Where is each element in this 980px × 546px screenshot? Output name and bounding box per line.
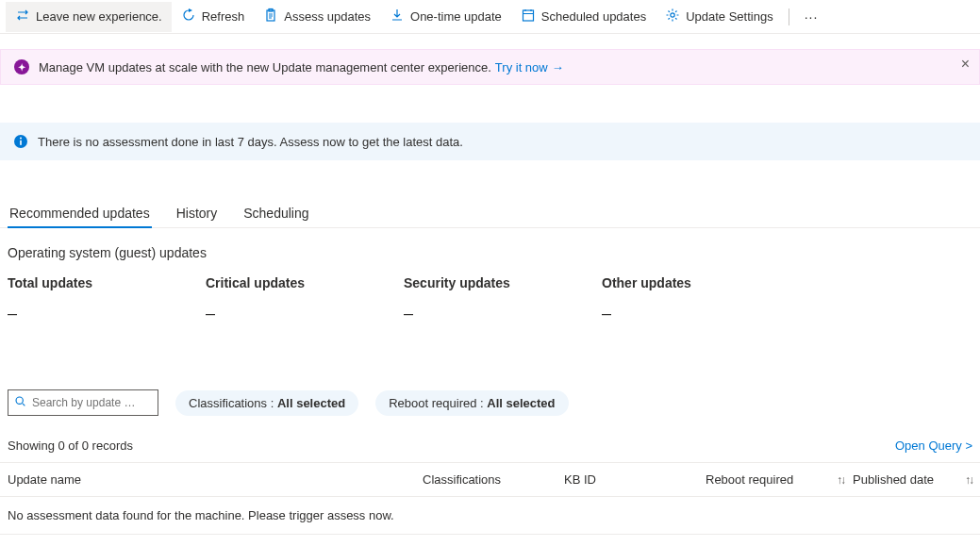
try-it-now-label: Try it now bbox=[495, 60, 548, 74]
sort-icon: ↑↓ bbox=[837, 473, 844, 487]
section-title: Operating system (guest) updates bbox=[8, 245, 972, 260]
promo-banner: ✦ Manage VM updates at scale with the ne… bbox=[0, 49, 980, 85]
scheduled-updates-label: Scheduled updates bbox=[541, 9, 646, 24]
filter-classifications-value: All selected bbox=[277, 396, 345, 410]
grid-empty-message: No assessment data found for the machine… bbox=[0, 497, 980, 535]
try-it-now-link[interactable]: Try it now → bbox=[495, 60, 564, 74]
refresh-label: Refresh bbox=[202, 9, 245, 24]
metric-security-value: – bbox=[404, 304, 602, 323]
metric-total-label: Total updates bbox=[8, 275, 206, 290]
one-time-update-button[interactable]: One-time update bbox=[380, 2, 511, 32]
leave-experience-button[interactable]: Leave new experience. bbox=[6, 2, 172, 32]
tab-recommended[interactable]: Recommended updates bbox=[8, 200, 152, 228]
tab-history-label: History bbox=[176, 206, 218, 221]
info-bar: There is no assessment done in last 7 da… bbox=[0, 123, 980, 160]
filter-classifications-label: Classifications : bbox=[189, 396, 277, 410]
scheduled-updates-button[interactable]: Scheduled updates bbox=[511, 2, 656, 32]
tab-history[interactable]: History bbox=[174, 200, 220, 227]
update-settings-label: Update Settings bbox=[686, 9, 773, 24]
search-icon bbox=[14, 395, 26, 410]
filters-row: Classifications : All selected Reboot re… bbox=[0, 389, 980, 416]
metric-critical-value: – bbox=[206, 304, 404, 323]
metric-critical-label: Critical updates bbox=[206, 275, 404, 290]
search-input[interactable] bbox=[32, 396, 152, 409]
leave-experience-label: Leave new experience. bbox=[36, 9, 162, 24]
gear-icon bbox=[665, 8, 680, 25]
calendar-icon bbox=[521, 8, 536, 25]
metric-security-label: Security updates bbox=[404, 275, 602, 290]
filter-classifications[interactable]: Classifications : All selected bbox=[175, 390, 358, 416]
svg-point-6 bbox=[20, 138, 22, 140]
metric-critical: Critical updates – bbox=[206, 275, 404, 323]
filter-reboot-label: Reboot required : bbox=[389, 396, 487, 410]
refresh-button[interactable]: Refresh bbox=[172, 2, 255, 32]
svg-rect-5 bbox=[20, 141, 22, 145]
tab-scheduling-label: Scheduling bbox=[243, 206, 308, 221]
column-classifications[interactable]: Classifications bbox=[423, 472, 564, 487]
svg-point-7 bbox=[16, 397, 23, 404]
metric-other-value: – bbox=[602, 304, 800, 323]
assess-updates-label: Assess updates bbox=[284, 9, 371, 24]
assess-updates-button[interactable]: Assess updates bbox=[254, 2, 380, 32]
one-time-update-label: One-time update bbox=[410, 9, 502, 24]
metric-total-value: – bbox=[8, 304, 206, 323]
metric-total: Total updates – bbox=[8, 275, 206, 323]
column-reboot-sort[interactable]: ↑↓ bbox=[828, 472, 853, 487]
promo-banner-text: Manage VM updates at scale with the new … bbox=[39, 60, 491, 74]
filter-reboot-value: All selected bbox=[487, 396, 555, 410]
records-summary-row: Showing 0 of 0 records Open Query > bbox=[0, 438, 980, 453]
svg-rect-2 bbox=[523, 10, 533, 21]
tab-recommended-label: Recommended updates bbox=[9, 206, 150, 221]
command-bar: Leave new experience. Refresh Assess upd… bbox=[0, 0, 980, 34]
metric-other-label: Other updates bbox=[602, 275, 800, 290]
metric-security: Security updates – bbox=[404, 275, 602, 323]
filter-reboot[interactable]: Reboot required : All selected bbox=[375, 390, 568, 416]
banner-close-button[interactable]: × bbox=[961, 56, 970, 73]
swap-icon bbox=[15, 8, 30, 25]
info-icon bbox=[13, 134, 28, 149]
metrics-row: Total updates – Critical updates – Secur… bbox=[0, 275, 980, 323]
clipboard-icon bbox=[263, 8, 278, 25]
refresh-icon bbox=[181, 8, 196, 25]
search-box[interactable] bbox=[8, 389, 158, 416]
download-icon bbox=[390, 8, 405, 25]
column-kbid[interactable]: KB ID bbox=[564, 472, 706, 487]
column-published-sort[interactable]: ↑↓ bbox=[956, 472, 980, 487]
open-query-link[interactable]: Open Query > bbox=[895, 438, 972, 453]
tab-scheduling[interactable]: Scheduling bbox=[241, 200, 310, 227]
metric-other: Other updates – bbox=[602, 275, 800, 323]
column-reboot[interactable]: Reboot required bbox=[706, 472, 828, 487]
column-published[interactable]: Published date bbox=[853, 472, 956, 487]
tabs: Recommended updates History Scheduling bbox=[0, 200, 980, 228]
update-settings-button[interactable]: Update Settings bbox=[656, 2, 783, 32]
toolbar-divider bbox=[789, 8, 789, 25]
sort-icon: ↑↓ bbox=[965, 473, 972, 487]
rocket-icon: ✦ bbox=[14, 59, 29, 74]
arrow-right-icon: → bbox=[552, 60, 564, 74]
column-update-name[interactable]: Update name bbox=[8, 472, 423, 487]
svg-point-3 bbox=[671, 13, 674, 17]
more-menu-button[interactable]: ··· bbox=[795, 9, 828, 25]
grid-header: Update name Classifications KB ID Reboot… bbox=[0, 462, 980, 497]
info-bar-text: There is no assessment done in last 7 da… bbox=[38, 135, 463, 149]
records-summary: Showing 0 of 0 records bbox=[8, 438, 133, 453]
